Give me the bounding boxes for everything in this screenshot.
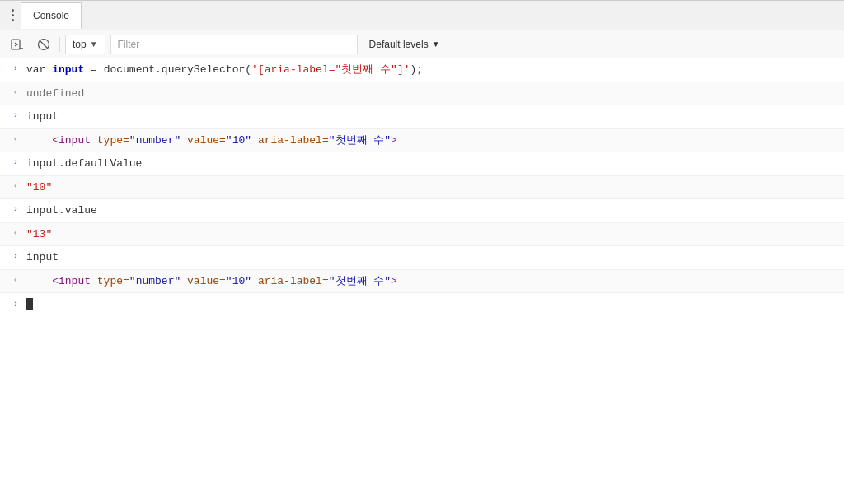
row-content: "13"	[23, 225, 844, 245]
input-prefix: ›	[0, 60, 23, 76]
more-tabs-button[interactable]	[5, 4, 21, 26]
code-text: input	[26, 251, 59, 264]
row-content: input	[23, 107, 844, 127]
code-text: );	[410, 63, 424, 76]
output-prefix: ‹	[0, 178, 23, 194]
cursor	[26, 298, 33, 310]
row-content: <input type="number" value="10" aria-lab…	[23, 131, 844, 151]
row-content: var input = document.querySelector('[ari…	[23, 60, 844, 80]
attr-val: "number"	[129, 275, 181, 287]
console-row: › input	[0, 246, 844, 270]
context-arrow-icon: ▼	[90, 40, 98, 49]
output-prefix: ‹	[0, 84, 23, 100]
output-value: undefined	[26, 87, 84, 100]
console-row: ‹ "13"	[0, 223, 844, 247]
console-row: › var input = document.querySelector('[a…	[0, 58, 844, 82]
clear-icon	[37, 38, 50, 51]
input-prefix: ›	[0, 248, 23, 264]
attr-val: "첫번째 수"	[329, 275, 391, 287]
console-row: ‹ "10"	[0, 176, 844, 200]
input-prompt: ›	[0, 297, 23, 309]
console-row: ‹ undefined	[0, 82, 844, 106]
default-levels-button[interactable]: Default levels ▼	[363, 35, 447, 54]
row-content: <input type="number" value="10" aria-lab…	[23, 272, 844, 292]
input-prefix: ›	[0, 107, 23, 123]
console-input-row[interactable]: ›	[0, 293, 844, 313]
tab-bar: Console	[0, 1, 844, 30]
context-label: top	[73, 39, 87, 50]
console-row: ‹ <input type="number" value="10" aria-l…	[0, 129, 844, 153]
console-row: ‹ <input type="number" value="10" aria-l…	[0, 270, 844, 294]
svg-line-3	[40, 40, 48, 49]
clear-console-button[interactable]	[33, 34, 54, 55]
input-prefix: ›	[0, 154, 23, 170]
code-text: input.defaultValue	[26, 157, 142, 170]
attr-name: value=	[181, 275, 226, 287]
attr-val: "10"	[226, 134, 251, 147]
attr-name: aria-label=	[251, 134, 329, 147]
toolbar-divider	[59, 37, 60, 52]
output-prefix: ‹	[0, 131, 23, 147]
devtools-panel: Console top ▼ Default le	[0, 0, 844, 504]
input-prefix: ›	[0, 201, 23, 217]
code-text: var	[26, 63, 52, 76]
attr-val: "10"	[226, 275, 251, 287]
console-toolbar: top ▼ Default levels ▼	[0, 30, 844, 58]
code-string: '[aria-label="첫번째 수"]'	[251, 63, 410, 76]
code-text: input.value	[26, 204, 97, 217]
element-tag-close: >	[391, 134, 397, 147]
element-tag: <input	[26, 134, 91, 147]
row-content: "10"	[23, 178, 844, 198]
filter-input[interactable]	[110, 35, 358, 54]
output-string: "10"	[26, 181, 52, 194]
console-row: › input.defaultValue	[0, 152, 844, 176]
console-output[interactable]: › var input = document.querySelector('[a…	[0, 58, 844, 504]
element-tag-close: >	[391, 275, 397, 287]
attr-name: type=	[91, 134, 129, 147]
attr-name: type=	[91, 275, 129, 287]
levels-arrow-icon: ▼	[432, 40, 440, 49]
execute-context-button[interactable]	[7, 34, 28, 55]
attr-val: "첫번째 수"	[329, 134, 391, 147]
console-row: › input.value	[0, 199, 844, 223]
execute-icon	[11, 38, 24, 51]
attr-name: value=	[181, 134, 226, 147]
attr-name: aria-label=	[251, 275, 329, 287]
row-content: input.defaultValue	[23, 154, 844, 174]
row-content: undefined	[23, 84, 844, 104]
console-input-area[interactable]	[23, 296, 844, 311]
attr-val: "number"	[129, 134, 181, 147]
code-text: = document.querySelector(	[84, 63, 251, 76]
svg-rect-0	[12, 40, 20, 49]
output-prefix: ‹	[0, 225, 23, 240]
row-content: input.value	[23, 201, 844, 221]
element-tag: <input	[26, 275, 91, 287]
row-content: input	[23, 248, 844, 268]
levels-label: Default levels	[369, 39, 429, 50]
console-row: › input	[0, 105, 844, 129]
context-selector[interactable]: top ▼	[65, 35, 106, 54]
output-string: "13"	[26, 228, 52, 240]
code-highlight: input	[52, 63, 84, 76]
tab-console[interactable]: Console	[21, 2, 82, 29]
output-prefix: ‹	[0, 272, 23, 287]
code-text: input	[26, 110, 59, 123]
